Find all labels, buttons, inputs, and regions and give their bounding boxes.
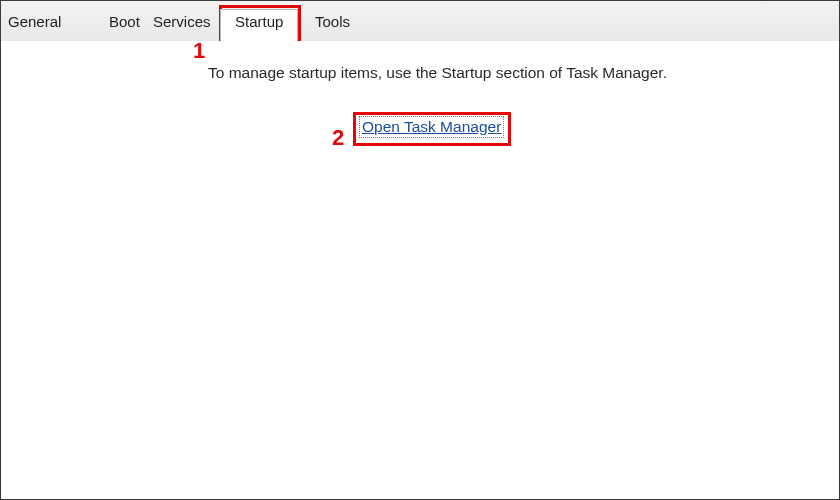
- open-task-manager-link-wrap: Open Task Manager: [359, 116, 504, 138]
- msconfig-window: General Boot Services Startup Tools To m…: [0, 0, 840, 500]
- tab-strip: General Boot Services Startup Tools: [1, 1, 839, 42]
- tab-startup[interactable]: Startup: [220, 9, 298, 42]
- tab-tools[interactable]: Tools: [300, 8, 365, 36]
- open-task-manager-link[interactable]: Open Task Manager: [359, 116, 504, 138]
- tab-content-startup: To manage startup items, use the Startup…: [1, 41, 839, 499]
- tab-general[interactable]: General: [0, 8, 72, 36]
- startup-help-text: To manage startup items, use the Startup…: [208, 64, 667, 82]
- tab-services[interactable]: Services: [140, 8, 224, 36]
